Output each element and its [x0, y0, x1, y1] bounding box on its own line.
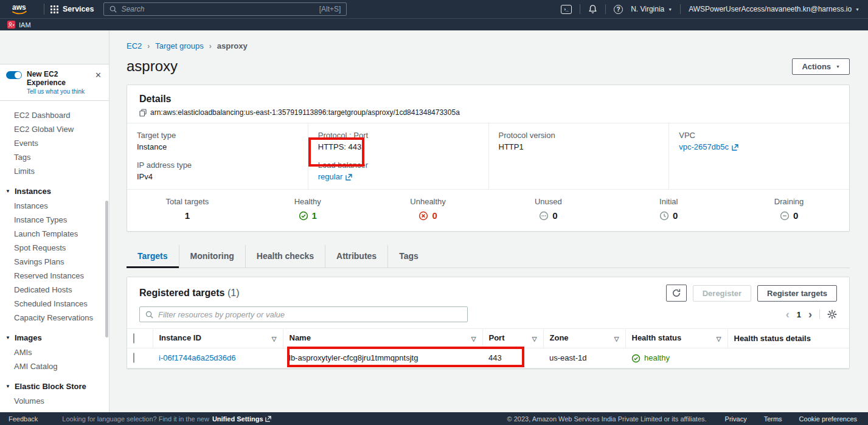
services-label: Services: [63, 5, 94, 13]
health-status-cell: healthy: [631, 353, 721, 363]
external-link-icon: [732, 144, 738, 151]
sidebar-item-ami-catalog[interactable]: AMI Catalog: [0, 360, 109, 373]
sidebar-menu: EC2 Dashboard EC2 Global View Events Tag…: [0, 101, 109, 422]
language-selection-text: Looking for language selection? Find it …: [62, 415, 209, 423]
target-port-cell: 443: [482, 348, 543, 368]
sort-icon[interactable]: [532, 334, 537, 344]
notifications-bell-icon[interactable]: [588, 4, 597, 14]
current-page[interactable]: 1: [797, 310, 801, 319]
tab-tags[interactable]: Tags: [387, 245, 429, 268]
sidebar-item-instance-types[interactable]: Instance Types: [0, 213, 109, 227]
top-navigation-bar: aws Services Search [Alt+S]: [0, 0, 868, 18]
new-ec2-experience-toggle[interactable]: [6, 71, 22, 79]
sidebar-section-images[interactable]: Images: [0, 331, 109, 345]
tab-attributes[interactable]: Attributes: [325, 245, 387, 268]
sidebar-item-capacity-reservations[interactable]: Capacity Reservations: [0, 311, 109, 325]
aws-logo-icon[interactable]: aws: [10, 2, 32, 16]
tab-monitoring[interactable]: Monitoring: [179, 245, 245, 268]
account-menu[interactable]: AWSPowerUserAccess/navaneeth.kn@harness.…: [689, 5, 859, 13]
sort-icon[interactable]: [471, 334, 476, 344]
sidebar-item-reserved-instances[interactable]: Reserved Instances: [0, 269, 109, 283]
healthy-icon: [299, 211, 308, 221]
deregister-button[interactable]: Deregister: [693, 285, 751, 302]
global-search-input[interactable]: Search [Alt+S]: [103, 2, 347, 16]
field-protocol-port: Protocol : Port HTTPS: 443: [318, 131, 480, 152]
select-all-checkbox[interactable]: [133, 333, 134, 344]
initial-icon: [659, 211, 669, 221]
load-balancer-link[interactable]: regular: [318, 172, 342, 182]
sidebar-item-savings-plans[interactable]: Savings Plans: [0, 255, 109, 269]
search-shortcut-hint: [Alt+S]: [319, 5, 341, 13]
pagination: 1: [786, 309, 837, 320]
health-details-cell: [727, 348, 849, 368]
help-icon[interactable]: [614, 5, 623, 14]
sidebar-item-volumes[interactable]: Volumes: [0, 395, 109, 408]
cloudshell-icon[interactable]: [561, 5, 572, 14]
sidebar-item-ec2-global-view[interactable]: EC2 Global View: [0, 123, 109, 136]
breadcrumb-ec2[interactable]: EC2: [127, 41, 142, 50]
refresh-button[interactable]: [666, 285, 687, 302]
sort-icon[interactable]: [272, 334, 277, 344]
tab-health-checks[interactable]: Health checks: [245, 245, 325, 268]
unhealthy-icon: [418, 211, 428, 221]
sidebar-item-amis[interactable]: AMIs: [0, 346, 109, 359]
breadcrumb-target-groups[interactable]: Target groups: [155, 41, 204, 50]
previous-page-icon[interactable]: [786, 309, 790, 320]
services-grid-icon: [50, 5, 58, 13]
row-checkbox[interactable]: [133, 353, 134, 363]
close-icon[interactable]: [94, 70, 103, 80]
unified-settings-link[interactable]: Unified Settings: [212, 415, 271, 423]
sidebar-item-scheduled-instances[interactable]: Scheduled Instances: [0, 297, 109, 311]
copy-icon[interactable]: [139, 109, 147, 117]
register-targets-button[interactable]: Register targets: [757, 285, 837, 302]
sidebar-section-instances[interactable]: Instances: [0, 185, 109, 198]
breadcrumb: EC2 Target groups asproxy: [127, 30, 850, 50]
sidebar-item-limits[interactable]: Limits: [0, 165, 109, 178]
stat-healthy: Healthy 1: [248, 197, 368, 221]
actions-button[interactable]: Actions: [792, 58, 850, 75]
cookie-preferences-link[interactable]: Cookie preferences: [799, 415, 857, 423]
sidebar-scrollbar[interactable]: [105, 201, 108, 337]
chevron-down-icon: [855, 7, 859, 12]
column-health-status: Health status: [625, 329, 727, 348]
settings-gear-icon[interactable]: [827, 309, 837, 319]
next-page-icon[interactable]: [808, 309, 812, 320]
chevron-right-icon: [209, 42, 212, 50]
sidebar-item-spot-requests[interactable]: Spot Requests: [0, 241, 109, 255]
nav-divider: [44, 4, 44, 15]
services-menu-button[interactable]: Services: [50, 5, 94, 13]
vpc-link[interactable]: vpc-2657db5c: [679, 142, 729, 152]
experience-feedback-link[interactable]: Tell us what you think: [27, 88, 89, 95]
sidebar-item-ec2-dashboard[interactable]: EC2 Dashboard: [0, 109, 109, 122]
feedback-link[interactable]: Feedback: [9, 415, 38, 423]
chevron-down-icon: [5, 336, 10, 340]
iam-service-icon: [7, 21, 15, 29]
sidebar-item-instances[interactable]: Instances: [0, 199, 109, 213]
stat-initial: Initial 0: [608, 197, 729, 221]
terms-link[interactable]: Terms: [764, 415, 782, 423]
sort-icon[interactable]: [614, 334, 619, 344]
column-zone: Zone: [543, 329, 625, 348]
sidebar-section-elastic-block-store[interactable]: Elastic Block Store: [0, 380, 109, 393]
sidebar-item-dedicated-hosts[interactable]: Dedicated Hosts: [0, 283, 109, 297]
sidebar-item-events[interactable]: Events: [0, 137, 109, 150]
tab-bar: Targets Monitoring Health checks Attribu…: [127, 245, 850, 268]
privacy-link[interactable]: Privacy: [725, 415, 747, 423]
target-health-summary: Total targets 1 Healthy 1 Unhealthy 0: [127, 189, 849, 231]
sidebar-item-tags[interactable]: Tags: [0, 151, 109, 164]
region-selector[interactable]: N. Virginia: [631, 5, 672, 13]
filter-placeholder: Filter resources by property or value: [158, 310, 285, 319]
tab-targets[interactable]: Targets: [127, 245, 179, 268]
sidebar-item-launch-templates[interactable]: Launch Templates: [0, 227, 109, 241]
chevron-down-icon: [668, 7, 672, 12]
instance-id-link[interactable]: i-06f1744a6a25d36d6: [159, 353, 236, 362]
filter-input[interactable]: Filter resources by property or value: [139, 306, 468, 322]
sort-icon[interactable]: [717, 334, 721, 344]
draining-icon: [780, 211, 790, 221]
favorites-bar: IAM: [0, 18, 868, 30]
field-protocol-version: Protocol version HTTP1: [499, 131, 661, 152]
region-label: N. Virginia: [631, 5, 664, 13]
favorite-iam-link[interactable]: IAM: [19, 21, 31, 29]
search-icon: [145, 311, 153, 319]
registered-targets-panel: Registered targets (1) Deregister Regist…: [127, 277, 850, 369]
